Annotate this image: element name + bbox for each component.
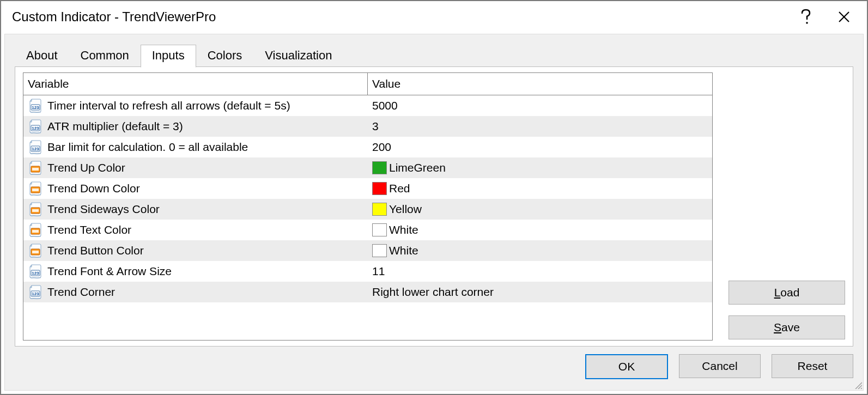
- variable-cell: Trend Down Color: [23, 178, 368, 199]
- table-row[interactable]: 123Timer interval to refresh all arrows …: [23, 95, 712, 116]
- variable-label: Trend Up Color: [47, 161, 125, 174]
- variable-cell: Trend Button Color: [23, 240, 368, 261]
- client-area: About Common Inputs Colors Visualization…: [4, 34, 864, 391]
- tab-colors[interactable]: Colors: [196, 45, 254, 67]
- save-button[interactable]: Save: [729, 315, 845, 339]
- number-type-icon: 123: [28, 284, 43, 300]
- variable-cell: Trend Text Color: [23, 220, 368, 240]
- number-type-icon: 123: [28, 119, 43, 134]
- color-swatch: [372, 182, 387, 195]
- value-cell[interactable]: LimeGreen: [368, 157, 712, 178]
- cancel-button[interactable]: Cancel: [679, 354, 761, 378]
- value-cell[interactable]: Yellow: [368, 199, 712, 220]
- color-swatch: [372, 244, 387, 257]
- titlebar: Custom Indicator - TrendViewerPro: [1, 1, 867, 33]
- color-type-icon: [28, 222, 43, 238]
- svg-rect-16: [32, 230, 39, 233]
- color-swatch: [372, 223, 387, 236]
- tabstrip: About Common Inputs Colors Visualization: [15, 44, 863, 67]
- value-cell[interactable]: White: [368, 240, 712, 261]
- value-text: LimeGreen: [389, 161, 446, 174]
- value-text: Yellow: [389, 203, 422, 216]
- column-header-variable[interactable]: Variable: [23, 73, 368, 95]
- help-icon: [800, 9, 811, 25]
- variable-cell: 123ATR multiplier (default = 3): [23, 116, 368, 137]
- value-text: 5000: [372, 99, 398, 112]
- variable-label: Trend Down Color: [47, 182, 140, 195]
- variable-cell: 123Trend Font & Arrow Size: [23, 261, 368, 282]
- variable-cell: 123Timer interval to refresh all arrows …: [23, 95, 368, 116]
- table-row[interactable]: Trend Down ColorRed: [23, 178, 712, 199]
- value-text: 200: [372, 141, 391, 154]
- number-type-icon: 123: [28, 98, 43, 113]
- variable-label: Trend Sideways Color: [47, 203, 160, 216]
- value-text: 3: [372, 120, 379, 133]
- resize-grip-icon[interactable]: [854, 381, 862, 389]
- svg-rect-18: [32, 251, 39, 253]
- color-type-icon: [28, 181, 43, 196]
- load-button[interactable]: Load: [729, 281, 845, 305]
- number-type-icon: 123: [28, 139, 43, 155]
- svg-rect-10: [32, 168, 39, 171]
- color-type-icon: [28, 243, 43, 258]
- svg-point-0: [806, 22, 808, 24]
- ok-button[interactable]: OK: [585, 354, 668, 379]
- column-header-value[interactable]: Value: [368, 73, 712, 95]
- table-row[interactable]: 123ATR multiplier (default = 3)3: [23, 116, 712, 137]
- variable-label: Timer interval to refresh all arrows (de…: [47, 99, 290, 112]
- value-cell[interactable]: 5000: [368, 95, 712, 116]
- value-cell[interactable]: Red: [368, 178, 712, 199]
- inputs-grid[interactable]: Variable Value 123Timer interval to refr…: [23, 72, 713, 341]
- svg-line-25: [861, 388, 862, 389]
- value-cell[interactable]: White: [368, 220, 712, 240]
- tab-inputs[interactable]: Inputs: [141, 45, 196, 68]
- value-cell[interactable]: Right lower chart corner: [368, 282, 712, 302]
- svg-text:123: 123: [32, 105, 39, 110]
- variable-cell: Trend Up Color: [23, 157, 368, 178]
- table-row[interactable]: 123Trend CornerRight lower chart corner: [23, 282, 712, 302]
- variable-label: ATR multiplier (default = 3): [47, 120, 183, 133]
- bottom-buttons: OK Cancel Reset: [585, 354, 853, 379]
- window-title: Custom Indicator - TrendViewerPro: [12, 9, 784, 25]
- value-cell[interactable]: 3: [368, 116, 712, 137]
- svg-text:123: 123: [32, 271, 39, 276]
- value-text: Red: [389, 182, 410, 195]
- tab-visualization[interactable]: Visualization: [253, 45, 343, 67]
- variable-cell: 123Trend Corner: [23, 282, 368, 302]
- value-text: Right lower chart corner: [372, 285, 494, 299]
- variable-cell: 123Bar limit for calculation. 0 = all av…: [23, 137, 368, 157]
- side-buttons: Load Save: [729, 270, 845, 339]
- variable-label: Trend Font & Arrow Size: [47, 265, 172, 278]
- dialog-window: Custom Indicator - TrendViewerPro About …: [0, 0, 868, 395]
- number-type-icon: 123: [28, 264, 43, 279]
- table-row[interactable]: Trend Text ColorWhite: [23, 220, 712, 240]
- table-row[interactable]: Trend Up ColorLimeGreen: [23, 157, 712, 178]
- table-row[interactable]: Trend Sideways ColorYellow: [23, 199, 712, 220]
- value-cell[interactable]: 11: [368, 261, 712, 282]
- table-row[interactable]: 123Trend Font & Arrow Size11: [23, 261, 712, 282]
- tab-common[interactable]: Common: [69, 45, 141, 67]
- svg-text:123: 123: [32, 291, 39, 296]
- variable-label: Bar limit for calculation. 0 = all avail…: [47, 141, 248, 154]
- reset-button[interactable]: Reset: [772, 354, 853, 378]
- svg-rect-12: [32, 189, 39, 191]
- help-button[interactable]: [790, 6, 822, 28]
- color-swatch: [372, 161, 387, 174]
- inputs-grid-wrap: Variable Value 123Timer interval to refr…: [23, 72, 713, 341]
- svg-rect-14: [32, 209, 39, 212]
- close-button[interactable]: [828, 6, 860, 28]
- variable-label: Trend Corner: [47, 285, 115, 299]
- variable-label: Trend Button Color: [47, 244, 144, 257]
- value-cell[interactable]: 200: [368, 137, 712, 157]
- color-type-icon: [28, 160, 43, 175]
- svg-text:123: 123: [32, 126, 39, 131]
- svg-text:123: 123: [32, 147, 39, 151]
- value-text: White: [389, 223, 418, 236]
- table-row[interactable]: 123Bar limit for calculation. 0 = all av…: [23, 137, 712, 157]
- value-text: 11: [372, 265, 385, 278]
- variable-label: Trend Text Color: [47, 223, 131, 236]
- value-text: White: [389, 244, 418, 257]
- tab-about[interactable]: About: [15, 45, 69, 67]
- table-row[interactable]: Trend Button ColorWhite: [23, 240, 712, 261]
- grid-header: Variable Value: [23, 73, 712, 95]
